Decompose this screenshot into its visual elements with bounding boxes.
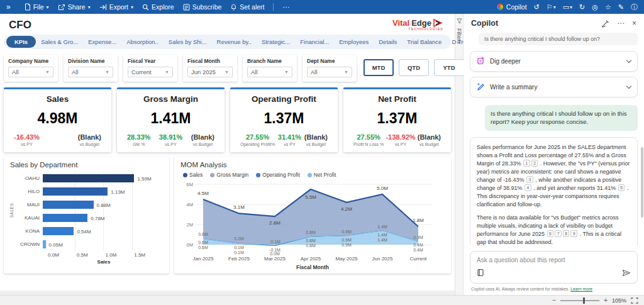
- filters-pane-collapsed[interactable]: Filters: [455, 14, 464, 295]
- bar[interactable]: [43, 214, 87, 222]
- menu-export[interactable]: Export▾: [99, 3, 133, 11]
- reset-icon[interactable]: ◎: [592, 3, 598, 11]
- more-options-icon[interactable]: ⋯: [282, 3, 289, 11]
- zoom-out-icon[interactable]: −: [552, 297, 556, 304]
- logo-text-edge: Edge: [411, 19, 431, 27]
- legend-item-sales[interactable]: Sales: [183, 172, 203, 178]
- legend-item-net-profit[interactable]: Net Profit: [308, 172, 336, 178]
- filter-dropdown[interactable]: All▼: [68, 67, 113, 77]
- ytd-button[interactable]: YTD: [434, 59, 464, 76]
- svg-text:2M: 2M: [187, 222, 193, 228]
- chevron-down-icon: ▼: [344, 70, 348, 74]
- bar-value-label: 0.54M: [77, 229, 91, 235]
- kpi-metric: (Blank)vs Budget: [191, 133, 214, 147]
- svg-text:Current: Current: [410, 256, 427, 262]
- learn-more-link[interactable]: Learn more: [570, 287, 592, 291]
- favorite-icon[interactable]: ☆: [605, 3, 611, 11]
- tab-trial-balance[interactable]: Trial Balance: [402, 36, 447, 47]
- filter-dropdown[interactable]: All▼: [307, 67, 352, 77]
- bookmark-icon[interactable]: ⚐▾: [547, 3, 556, 11]
- kpi-card-operating-profit: Operating Profit1.37M27.55%Operating Pro…: [230, 87, 338, 152]
- zoom-slider-thumb[interactable]: [583, 297, 585, 304]
- tab-employees[interactable]: Employees: [334, 36, 374, 47]
- suggestion-write-a-summary[interactable]: Write a summary: [470, 77, 638, 97]
- svg-text:0.4M: 0.4M: [413, 243, 423, 247]
- fit-to-page-icon[interactable]: [631, 297, 638, 304]
- menu-share[interactable]: Share▾: [58, 3, 91, 11]
- tab-expense[interactable]: Expense...: [83, 36, 121, 47]
- bar-category-label: HILO: [18, 189, 43, 194]
- legend-item-gross-margin[interactable]: Gross Margin: [210, 172, 248, 178]
- filter-dropdown[interactable]: All▼: [247, 67, 292, 77]
- kpi-metric: -16.43%vs PY: [14, 133, 40, 147]
- copilot-close-icon[interactable]: ×: [632, 19, 636, 28]
- prompt-guide-icon[interactable]: [477, 268, 484, 279]
- info-icon[interactable]: ⓘ: [631, 3, 638, 12]
- bar-chart-y-axis-label: SALES: [9, 203, 14, 218]
- svg-text:0.8M: 0.8M: [306, 243, 316, 248]
- filter-dept-name: Dept NameAll▼: [303, 55, 357, 82]
- kpi-title: Net Profit: [348, 94, 446, 104]
- tab-sales-gro[interactable]: Sales & Gro...: [36, 36, 83, 47]
- suggestion-dig-deeper[interactable]: Dig deeper: [470, 51, 638, 72]
- expand-nav-icon[interactable]: »: [6, 3, 11, 11]
- bar[interactable]: [43, 201, 94, 209]
- vitaledge-logo: VitalEdge TECHNOLOGIES: [392, 19, 446, 31]
- svg-text:0M: 0M: [187, 242, 193, 248]
- citation-chip[interactable]: 7: [555, 230, 562, 237]
- refresh-icon[interactable]: ↻: [579, 3, 585, 11]
- citation-chip[interactable]: 4: [525, 184, 531, 191]
- menu-subscribe[interactable]: Subscribe: [183, 3, 222, 11]
- filter-dropdown[interactable]: Jun 2025▼: [187, 67, 233, 77]
- zoom-slider[interactable]: [560, 300, 599, 301]
- send-icon[interactable]: [622, 268, 631, 279]
- filter-fiscal-month: Fiscal MonthJun 2025▼: [183, 55, 237, 82]
- citation-chip[interactable]: 5: [618, 184, 625, 191]
- zoom-in-icon[interactable]: +: [604, 297, 608, 304]
- disclaimer-text: Copilot uses AI. Always review content f…: [471, 287, 569, 291]
- mtd-button[interactable]: MTD: [364, 59, 394, 76]
- tab-kpis[interactable]: KPIs: [6, 36, 36, 48]
- bar-category-label: OAHU: [18, 175, 43, 181]
- bar[interactable]: [43, 174, 134, 182]
- svg-text:4M: 4M: [187, 202, 193, 208]
- menu-explore[interactable]: Explore: [142, 3, 174, 11]
- citation-chip[interactable]: 6: [547, 230, 554, 237]
- write-summary-icon: [477, 82, 485, 92]
- qtd-button[interactable]: QTD: [399, 59, 429, 76]
- menu-file[interactable]: File▾: [25, 3, 49, 11]
- filter-dropdown[interactable]: Current▼: [128, 67, 173, 77]
- copilot-more-icon[interactable]: ⋯: [617, 19, 625, 28]
- filter-dropdown[interactable]: All▼: [8, 67, 53, 77]
- copilot-question-input[interactable]: Ask a question about this report: [470, 251, 638, 284]
- tab-sales-by-shi[interactable]: Sales by Shi...: [164, 36, 212, 47]
- bar[interactable]: [43, 240, 46, 248]
- edit-icon[interactable]: ✎: [618, 3, 624, 11]
- bar[interactable]: [43, 227, 74, 235]
- tab-details[interactable]: Details: [374, 36, 402, 47]
- tab-revenue-by[interactable]: Revenue by..: [212, 36, 257, 47]
- svg-text:1.4M: 1.4M: [377, 225, 387, 229]
- svg-text:Jun 2025: Jun 2025: [372, 256, 393, 262]
- undo-icon[interactable]: ↺: [534, 3, 540, 11]
- citation-chip[interactable]: 8: [563, 230, 570, 237]
- citation-chip[interactable]: 1: [523, 160, 530, 167]
- tab-financial[interactable]: Financial...: [295, 36, 334, 47]
- clear-chat-broom-icon[interactable]: [601, 19, 609, 28]
- citation-chip[interactable]: 9: [570, 230, 577, 237]
- menu-set-alert[interactable]: Set alert: [230, 3, 264, 11]
- area-chart-plot[interactable]: 0M2M4M6M4.5M3.1M2.8M5.5M4.2M5.0M1.8M0.6M…: [180, 178, 445, 272]
- view-icon[interactable]: ▭▾: [563, 3, 572, 11]
- tab-strategic[interactable]: Strategic...: [257, 36, 295, 47]
- copilot-button[interactable]: Copilot: [497, 3, 527, 11]
- citation-chip[interactable]: 3: [526, 176, 533, 183]
- kpi-card-sales: Sales4.98M-16.43%vs PY(Blank)vs Budget: [4, 87, 111, 152]
- chevron-down-icon: ▼: [105, 70, 109, 74]
- copilot-scrollbar[interactable]: [641, 147, 643, 218]
- tab-absorption[interactable]: Absorption..: [121, 36, 164, 47]
- legend-dot: [210, 173, 214, 177]
- citation-chip[interactable]: 2: [531, 160, 538, 167]
- copilot-panel: Copilot ⋯ × Is there anything critical I…: [464, 14, 644, 295]
- legend-item-operating-profit[interactable]: Operating Profit: [256, 172, 300, 178]
- bar[interactable]: [43, 187, 108, 196]
